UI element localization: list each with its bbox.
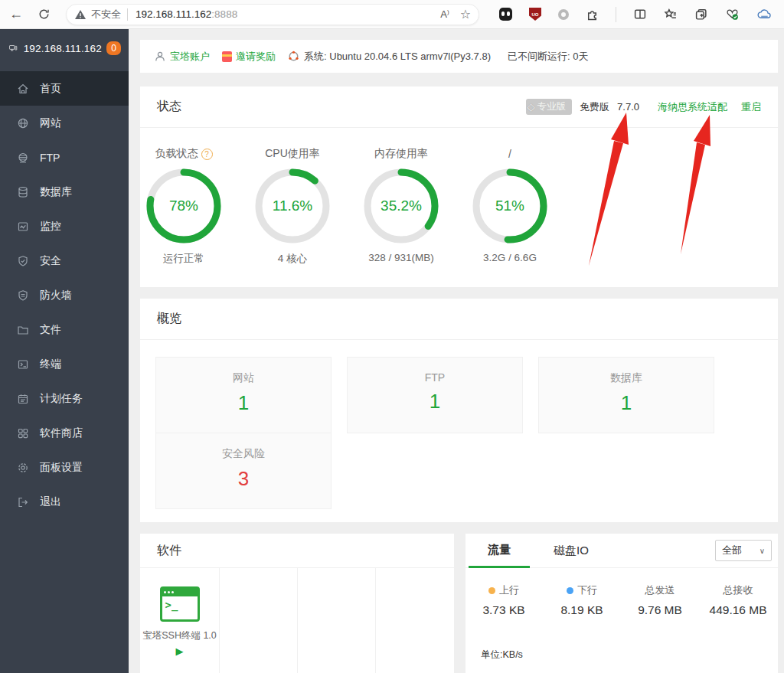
split-screen-icon[interactable] bbox=[633, 8, 647, 21]
version-number: 7.7.0 bbox=[617, 101, 639, 113]
calendar-icon bbox=[17, 393, 29, 405]
sidebar-item-home[interactable]: 首页 bbox=[0, 71, 129, 106]
overview-card-database[interactable]: 数据库 1 bbox=[538, 357, 714, 433]
sidebar-item-firewall[interactable]: 防火墙 bbox=[0, 278, 129, 312]
sidebar-item-website[interactable]: 网站 bbox=[0, 106, 129, 140]
folder-icon bbox=[17, 324, 29, 336]
stat-total-sent: 总发送 9.76 MB bbox=[618, 583, 702, 617]
help-icon[interactable]: ? bbox=[201, 149, 213, 160]
address-divider bbox=[127, 8, 128, 21]
collections-icon[interactable] bbox=[694, 8, 708, 21]
home-icon bbox=[17, 83, 29, 95]
tab-traffic[interactable]: 流量 bbox=[469, 534, 530, 568]
back-icon[interactable]: ← bbox=[5, 3, 28, 26]
system-info: 系统: Ubuntu 20.04.6 LTS armv7l(Py3.7.8) bbox=[288, 50, 491, 64]
info-bar: 宝塔账户 邀请奖励 系统: Ubuntu 20.04.6 LTS armv7l(… bbox=[140, 40, 778, 73]
app-name: 宝塔SSH终端 1.0 bbox=[140, 629, 219, 642]
browser-essentials-icon[interactable] bbox=[725, 8, 740, 21]
invite-reward-link[interactable]: 邀请奖励 bbox=[222, 50, 276, 64]
sidebar-item-monitor[interactable]: 监控 bbox=[0, 209, 129, 243]
shield-waf-icon bbox=[17, 289, 29, 302]
extension-dark-icon[interactable] bbox=[499, 8, 512, 21]
message-count-badge[interactable]: 0 bbox=[106, 41, 121, 55]
server-monitor-icon bbox=[9, 41, 18, 55]
sidebar-logo[interactable]: 192.168.111.162 0 bbox=[0, 29, 129, 67]
gift-icon bbox=[222, 51, 232, 62]
status-panel: 状态 ◇ 专业版 免费版 7.7.0 海纳思系统适配 重启 负载状态 ? 78% bbox=[140, 87, 778, 287]
sidebar-item-settings[interactable]: 面板设置 bbox=[0, 450, 129, 485]
sidebar: 192.168.111.162 0 首页 网站 FTP 数据库 监控 安全 bbox=[0, 29, 129, 673]
stat-upstream: 上行 3.73 KB bbox=[462, 583, 546, 617]
favorite-star-icon[interactable]: ☆ bbox=[460, 7, 471, 21]
traffic-panel: 流量 磁盘IO 全部 ∨ 上行 3.73 KB 下行 8.19 KB 总发送 9… bbox=[466, 534, 778, 673]
overview-card-website[interactable]: 网站 1 bbox=[155, 357, 332, 433]
ubuntu-icon bbox=[288, 51, 299, 62]
sidebar-item-database[interactable]: 数据库 bbox=[0, 175, 129, 209]
diamond-icon: ◇ bbox=[528, 101, 535, 113]
favorites-icon[interactable] bbox=[664, 8, 678, 21]
read-aloud-icon[interactable]: A) bbox=[440, 8, 449, 20]
server-ip: 192.168.111.162 bbox=[24, 43, 102, 54]
gauge-load: 负载状态 ? 78% 运行正常 bbox=[142, 146, 226, 266]
shield-check-icon bbox=[17, 255, 29, 267]
hinas-adapt-link[interactable]: 海纳思系统适配 bbox=[658, 100, 727, 114]
ssh-terminal-icon: >_ bbox=[160, 586, 200, 622]
overview-card-security-risk[interactable]: 安全风险 3 bbox=[155, 433, 332, 509]
gear-icon bbox=[17, 462, 29, 474]
unit-label: 单位:KB/s bbox=[481, 648, 523, 662]
sidebar-item-cron[interactable]: 计划任务 bbox=[0, 381, 129, 416]
bt-account-link[interactable]: 宝塔账户 bbox=[154, 50, 210, 64]
gauge-memory: 内存使用率 35.2% 328 / 931(MB) bbox=[359, 146, 443, 263]
software-title: 软件 bbox=[157, 543, 181, 559]
ftp-globe-icon bbox=[17, 152, 29, 164]
address-bar[interactable]: 不安全 192.168.111.162 :8888 A) ☆ bbox=[66, 4, 479, 25]
ublock-shield-icon[interactable]: UO bbox=[529, 8, 541, 21]
pro-version-badge[interactable]: ◇ 专业版 bbox=[526, 99, 573, 115]
url-text[interactable]: 192.168.111.162 bbox=[136, 8, 211, 20]
main-content: 宝塔账户 邀请奖励 系统: Ubuntu 20.04.6 LTS armv7l(… bbox=[129, 29, 784, 673]
app-bt-ssh-terminal[interactable]: >_ 宝塔SSH终端 1.0 ▶ bbox=[140, 568, 219, 657]
overview-card-ftp[interactable]: FTP 1 bbox=[347, 357, 523, 433]
gauge-disk: / 51% 3.2G / 6.6G bbox=[468, 146, 552, 263]
edition-label: 免费版 bbox=[580, 100, 609, 114]
user-icon bbox=[154, 51, 166, 63]
uptime-text: 已不间断运行: 0天 bbox=[508, 50, 588, 64]
status-title: 状态 bbox=[157, 99, 181, 115]
cloud-icon[interactable] bbox=[756, 8, 773, 21]
sidebar-item-appstore[interactable]: 软件商店 bbox=[0, 416, 129, 450]
terminal-icon bbox=[17, 358, 29, 371]
software-panel: 软件 >_ 宝塔SSH终端 1.0 ▶ bbox=[140, 534, 454, 673]
grid-icon bbox=[17, 427, 29, 439]
downstream-dot bbox=[567, 587, 573, 594]
database-icon bbox=[17, 186, 29, 198]
overview-panel: 概览 网站 1 FTP 1 数据库 1 安全风险 3 bbox=[140, 299, 778, 522]
tab-disk-io[interactable]: 磁盘IO bbox=[541, 534, 602, 568]
sidebar-item-logout[interactable]: 退出 bbox=[0, 485, 129, 519]
toolbar-divider bbox=[616, 7, 616, 22]
overview-title: 概览 bbox=[157, 311, 181, 327]
warning-icon bbox=[74, 8, 87, 21]
gauge-cpu: CPU使用率 11.6% 4 核心 bbox=[250, 146, 335, 266]
stat-total-received: 总接收 449.16 MB bbox=[696, 583, 780, 617]
security-label[interactable]: 不安全 bbox=[91, 8, 121, 21]
sidebar-item-files[interactable]: 文件 bbox=[0, 312, 129, 347]
play-icon[interactable]: ▶ bbox=[140, 645, 219, 657]
sidebar-item-terminal[interactable]: 终端 bbox=[0, 347, 129, 381]
sidebar-item-ftp[interactable]: FTP bbox=[0, 140, 129, 175]
stat-downstream: 下行 8.19 KB bbox=[540, 583, 624, 617]
sidebar-menu: 首页 网站 FTP 数据库 监控 安全 防火墙 文件 bbox=[0, 71, 129, 519]
chevron-down-icon: ∨ bbox=[760, 547, 765, 555]
monitor-chart-icon bbox=[17, 221, 29, 233]
restart-link[interactable]: 重启 bbox=[741, 100, 761, 114]
globe-icon bbox=[17, 117, 29, 129]
extensions-puzzle-icon[interactable] bbox=[586, 8, 599, 21]
upstream-dot bbox=[488, 587, 495, 594]
logout-icon bbox=[17, 496, 29, 508]
refresh-icon[interactable] bbox=[32, 3, 55, 26]
url-port: :8888 bbox=[211, 8, 237, 20]
extension-ring-icon[interactable] bbox=[558, 9, 569, 20]
browser-toolbar: ← 不安全 192.168.111.162 :8888 A) ☆ UO bbox=[0, 0, 784, 29]
sidebar-item-security[interactable]: 安全 bbox=[0, 243, 129, 278]
traffic-scope-select[interactable]: 全部 ∨ bbox=[715, 540, 772, 561]
